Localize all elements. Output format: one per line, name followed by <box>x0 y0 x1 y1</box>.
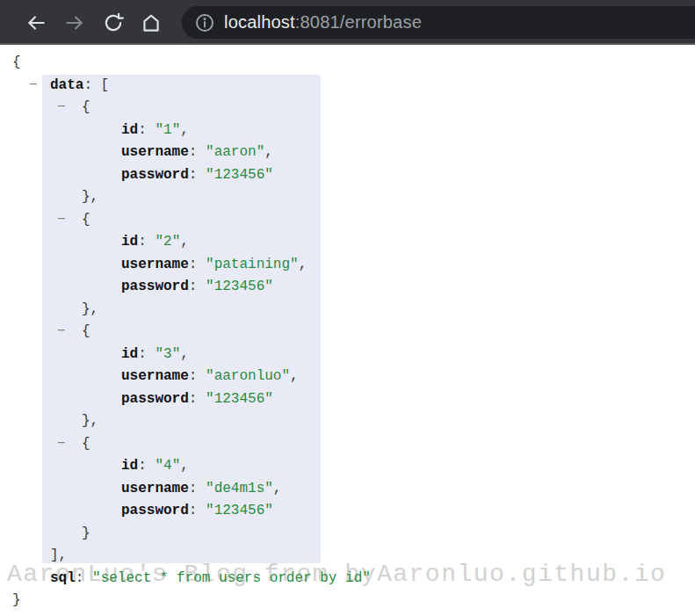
json-line: ], <box>0 545 695 568</box>
url-path: :8081/errorbase <box>295 12 422 32</box>
json-line: id2, <box>0 231 695 254</box>
json-key: id <box>121 458 155 474</box>
json-line: usernamepataining, <box>0 254 695 277</box>
json-key: id <box>121 122 155 138</box>
json-key: data <box>50 77 101 93</box>
json-key: password <box>121 503 206 518</box>
json-key: id <box>121 234 155 250</box>
json-line: }, <box>0 299 695 322</box>
object-close-brace: }, <box>82 301 98 317</box>
back-button[interactable] <box>23 11 49 35</box>
json-string-value: 3 <box>155 346 180 362</box>
home-icon <box>138 11 164 34</box>
json-line: −data[ <box>0 75 695 98</box>
json-key: username <box>121 144 206 160</box>
json-key: username <box>121 481 206 496</box>
json-key: username <box>121 257 206 272</box>
root-close-brace: } <box>12 592 21 608</box>
array-open-bracket: [ <box>101 77 110 93</box>
collapse-toggle[interactable]: − <box>57 321 66 344</box>
json-viewer: AaronLuo's Blog from byAaronluo.github.i… <box>0 45 695 614</box>
json-key: password <box>121 391 206 407</box>
json-line: id3, <box>0 344 695 366</box>
object-open-brace: { <box>82 212 90 228</box>
comma: , <box>180 458 189 474</box>
json-line: }, <box>0 186 695 209</box>
collapse-toggle[interactable]: − <box>57 433 66 456</box>
comma: , <box>290 368 299 384</box>
json-line: { <box>0 52 695 75</box>
json-string-value: 4 <box>155 458 180 474</box>
json-string-value: select * from users order by id <box>92 570 371 586</box>
url-host: localhost <box>224 12 295 32</box>
json-line: usernameaaron, <box>0 141 695 164</box>
forward-button[interactable] <box>62 11 88 35</box>
comma: , <box>264 144 273 160</box>
json-line: −{ <box>0 97 695 120</box>
json-line: usernameaaronluo, <box>0 366 695 388</box>
json-line: −{ <box>0 209 695 232</box>
json-line: −{ <box>0 321 695 344</box>
reload-button[interactable] <box>100 11 127 35</box>
site-info-button[interactable] <box>194 12 215 33</box>
comma: , <box>180 122 189 138</box>
json-line: usernamede4m1s, <box>0 478 695 501</box>
home-button[interactable] <box>138 11 164 35</box>
json-string-value: 123456 <box>206 167 273 183</box>
comma: , <box>180 234 189 250</box>
object-close-brace: }, <box>82 413 98 429</box>
json-key: id <box>121 346 155 362</box>
root-open-brace: { <box>12 54 21 70</box>
json-key: username <box>121 368 206 384</box>
url-text: localhost:8081/errorbase <box>224 12 422 33</box>
object-open-brace: { <box>82 323 90 339</box>
object-close-brace: } <box>82 525 90 541</box>
json-line: password123456 <box>0 500 695 523</box>
json-line: } <box>0 590 695 612</box>
json-key: password <box>121 279 206 294</box>
comma: , <box>180 346 189 362</box>
browser-toolbar: localhost:8081/errorbase <box>0 0 695 45</box>
comma: , <box>273 481 282 496</box>
json-line: } <box>0 523 695 546</box>
json-string-value: pataining <box>206 257 299 272</box>
json-line: password123456 <box>0 388 695 411</box>
json-line: −{ <box>0 433 695 456</box>
json-string-value: 123456 <box>206 279 273 294</box>
json-string-value: aaron <box>206 144 264 160</box>
back-arrow-icon <box>23 11 49 34</box>
json-line: password123456 <box>0 276 695 299</box>
collapse-toggle[interactable]: − <box>57 97 66 120</box>
collapse-toggle[interactable]: − <box>57 209 66 232</box>
comma: , <box>299 257 308 272</box>
json-string-value: 1 <box>155 122 180 138</box>
json-string-value: 2 <box>155 234 180 250</box>
json-line: id4, <box>0 455 695 478</box>
object-close-brace: }, <box>82 189 98 205</box>
collapse-toggle[interactable]: − <box>29 75 38 98</box>
json-key: password <box>121 167 206 183</box>
json-key: sql <box>50 570 92 586</box>
json-string-value: de4m1s <box>206 481 273 496</box>
reload-icon <box>100 11 127 34</box>
address-bar[interactable]: localhost:8081/errorbase <box>182 6 695 39</box>
forward-arrow-icon <box>62 11 88 34</box>
json-line: }, <box>0 410 695 433</box>
object-open-brace: { <box>82 99 90 115</box>
json-line: password123456 <box>0 164 695 187</box>
object-open-brace: { <box>82 436 90 452</box>
array-close-bracket: ], <box>50 547 67 563</box>
json-string-value: aaronluo <box>206 368 290 384</box>
json-line: sqlselect * from users order by id <box>0 568 695 591</box>
json-line: id1, <box>0 120 695 142</box>
info-icon <box>194 23 215 36</box>
json-string-value: 123456 <box>206 391 273 407</box>
json-string-value: 123456 <box>206 503 273 518</box>
